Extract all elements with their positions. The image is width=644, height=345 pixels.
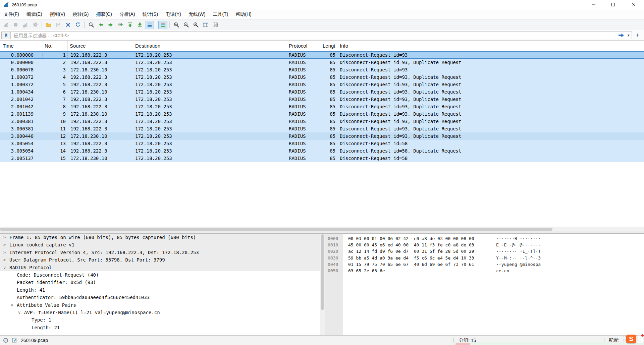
close-file-button[interactable] [63,21,72,29]
display-filter-input[interactable] [11,33,617,38]
detail-row[interactable]: vRADIUS Protocol [0,264,320,271]
horizontal-scrollbar[interactable] [0,227,644,231]
detail-row[interactable]: vAVP: t=User-Name(1) l=21 val=yupeng@min… [0,309,320,316]
details-scrollbar-handle[interactable] [321,234,324,310]
detail-row[interactable]: >Linux cooked capture v1 [0,241,320,248]
maximize-button[interactable] [605,0,622,9]
sogou-ime-icon[interactable]: S [626,335,636,343]
packet-row-14[interactable]: 3.00505414192.168.222.3172.18.20.253RADI… [0,147,644,155]
menu-file[interactable]: 文件(F) [0,9,23,19]
reset-layout-button[interactable]: 123 [211,21,220,29]
find-packet-button[interactable] [87,21,96,29]
hex-row[interactable]: 000000 03 00 01 00 06 02 42 c0 a8 de 03 … [325,235,644,242]
minimize-button[interactable] [585,0,602,9]
filter-bookmark-button[interactable] [2,32,11,39]
column-header-protocol[interactable]: Protocol [286,41,320,51]
column-header-length[interactable]: Lengt [320,41,338,51]
ime-grip[interactable] [623,336,626,343]
filter-dropdown-caret[interactable]: ▼ [626,32,632,39]
menu-view[interactable]: 视图(V) [46,9,69,19]
packet-row-3[interactable]: 0.0000783172.18.230.10172.18.20.253RADIU… [0,66,644,73]
expander-closed-icon[interactable]: > [3,256,9,264]
expander-closed-icon[interactable]: > [3,241,9,248]
menu-go[interactable]: 跳转(G) [69,9,92,19]
stop-capture-button[interactable] [11,21,20,29]
expander-open-icon[interactable]: v [18,309,24,316]
menu-analyze[interactable]: 分析(A) [116,9,139,19]
apply-filter-button[interactable] [617,32,626,39]
packet-row-4[interactable]: 1.0003724192.168.222.3172.18.20.253RADIU… [0,73,644,81]
packet-row-13[interactable]: 3.00505413192.168.222.3172.18.20.253RADI… [0,140,644,147]
menu-tools[interactable]: 工具(T) [209,9,232,19]
details-vertical-scrollbar[interactable] [320,234,325,335]
column-header-no[interactable]: No. [42,41,68,51]
expander-closed-icon[interactable]: > [3,249,9,256]
open-file-button[interactable] [44,21,53,29]
packet-row-11[interactable]: 3.00038111192.168.222.3172.18.20.253RADI… [0,125,644,132]
menu-wireless[interactable]: 无线(W) [185,9,209,19]
expander-closed-icon[interactable]: > [3,234,9,241]
resize-columns-button[interactable] [201,21,210,29]
detail-row[interactable]: >User Datagram Protocol, Src Port: 55798… [0,256,320,264]
menu-help[interactable]: 帮助(H) [232,9,255,19]
zoom-original-button[interactable] [191,21,200,29]
go-back-button[interactable] [96,21,105,29]
column-header-time[interactable]: Time [0,41,42,51]
packet-row-9[interactable]: 2.0011399172.18.230.10172.18.20.253RADIU… [0,110,644,118]
close-button[interactable] [625,0,642,9]
hex-row[interactable]: 0020ac 12 14 fd d9 f6 0e d7 00 31 5f fe … [325,248,644,254]
packet-row-6[interactable]: 1.0004346172.18.230.10172.18.20.253RADIU… [0,88,644,96]
go-forward-button[interactable] [106,21,115,29]
auto-scroll-button[interactable] [145,21,154,29]
detail-row[interactable]: Code: Disconnect-Request (40) [0,271,320,279]
detail-row[interactable]: Length: 41 [0,286,320,294]
horizontal-scrollbar-handle[interactable] [0,228,552,231]
column-header-source[interactable]: Source [68,41,133,51]
zoom-in-button[interactable] [172,21,181,29]
menu-edit[interactable]: 编辑(E) [23,9,46,19]
detail-row[interactable]: >Frame 1: 85 bytes on wire (680 bits), 8… [0,234,320,241]
column-header-info[interactable]: Info [338,41,644,51]
go-first-button[interactable] [125,21,135,29]
reload-file-button[interactable] [73,21,82,29]
detail-row[interactable]: Authenticator: 59bba54da03aeed4f5c66ce45… [0,294,320,301]
go-forward-icon [108,22,114,28]
packet-row-12[interactable]: 3.00044012172.18.230.10172.18.20.253RADI… [0,132,644,140]
packet-row-7[interactable]: 2.0010427192.168.222.3172.18.20.253RADIU… [0,96,644,103]
capture-comment-icon[interactable] [12,338,17,343]
expert-info-button[interactable] [3,338,8,343]
pane-splitter[interactable] [0,231,644,234]
hex-row[interactable]: 005063 65 2e 63 6ece.cn [325,268,644,274]
packet-row-15[interactable]: 3.00513715172.18.230.10172.18.20.253RADI… [0,155,644,162]
restart-capture-button[interactable] [21,21,30,29]
expander-open-icon[interactable]: v [11,301,17,309]
display-filter-field[interactable]: ▼ [1,32,632,39]
menu-statistics[interactable]: 统计(S) [139,9,162,19]
packet-row-10[interactable]: 3.00038110192.168.222.3172.18.20.253RADI… [0,118,644,125]
save-file-button[interactable] [54,21,63,29]
hex-row[interactable]: 004001 15 79 75 70 65 6e 67 40 6d 69 6e … [325,261,644,268]
hex-row[interactable]: 001045 00 00 45 e6 ed 40 00 40 11 f3 fe … [325,242,644,248]
colorize-button[interactable] [158,21,167,29]
column-header-destination[interactable]: Destination [133,41,286,51]
menu-telephony[interactable]: 电话(Y) [162,9,185,19]
ime-toolbar-pill[interactable] [455,343,470,345]
packet-row-5[interactable]: 1.0003725192.168.222.3172.18.20.253RADIU… [0,81,644,88]
detail-row[interactable]: Type: 1 [0,316,320,324]
hex-row[interactable]: 003059 bb a5 4d a0 3a ee d4 f5 c6 6c e4 … [325,255,644,261]
capture-options-button[interactable] [31,21,40,29]
zoom-out-button[interactable] [181,21,191,29]
detail-row[interactable]: Length: 21 [0,324,320,331]
detail-row[interactable]: >Internet Protocol Version 4, Src: 192.1… [0,249,320,256]
packet-row-2[interactable]: 0.0000002192.168.222.3172.18.20.253RADIU… [0,59,644,66]
add-filter-button[interactable]: + [633,32,641,39]
packet-row-1[interactable]: 0.0000001192.168.222.3172.18.20.253RADIU… [0,51,644,59]
detail-row[interactable]: vAttribute Value Pairs [0,301,320,309]
start-capture-button[interactable] [1,21,10,29]
menu-capture[interactable]: 捕获(C) [92,9,115,19]
go-to-packet-button[interactable] [116,21,125,29]
go-last-button[interactable] [135,21,144,29]
detail-row[interactable]: Packet identifier: 0x5d (93) [0,279,320,286]
expander-open-icon[interactable]: v [3,264,9,271]
packet-row-8[interactable]: 2.0010428192.168.222.3172.18.20.253RADIU… [0,103,644,110]
